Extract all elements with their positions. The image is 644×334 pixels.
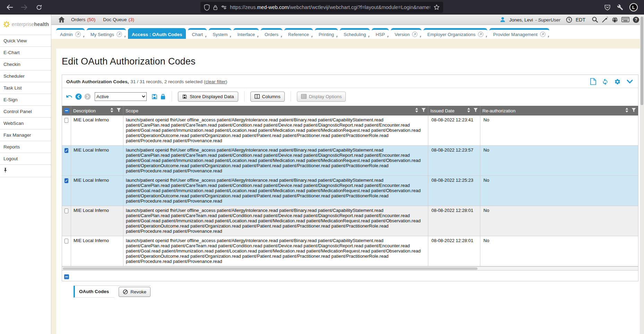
tab-version[interactable]: Version — [391, 28, 421, 39]
tab-provider-management[interactable]: Provider Management — [489, 28, 549, 39]
row-checkbox[interactable] — [65, 208, 68, 213]
browser-back-icon[interactable] — [4, 2, 15, 12]
sidebar-item-scheduler[interactable]: Scheduler — [0, 70, 51, 82]
orders-link[interactable]: Orders(50) — [71, 17, 95, 22]
save-filter-icon[interactable] — [151, 93, 158, 100]
tab-scheduling[interactable]: Scheduling — [340, 28, 370, 39]
url-text[interactable]: https://zeus.med-web.com/webchart/wctlev… — [230, 5, 430, 10]
table-row: MIE Local Infernolaunch/patient openid f… — [62, 146, 638, 176]
row-checkbox[interactable] — [65, 118, 68, 123]
columns-button[interactable]: Columns — [250, 92, 285, 102]
scope-cell: launch/patient openid fhirUser offline_a… — [123, 236, 428, 266]
lock-icon[interactable] — [213, 5, 218, 10]
undo-icon[interactable] — [66, 93, 73, 100]
sidebar-item-control-panel[interactable]: Control Panel — [0, 106, 51, 118]
sidebar-item-fax-manager[interactable]: Fax Manager — [0, 129, 51, 141]
external-link-icon[interactable] — [75, 32, 81, 37]
tab-employer-organizations[interactable]: Employer Organizations — [423, 28, 487, 39]
horizontal-scrollbar[interactable] — [62, 266, 638, 270]
tab-reference[interactable]: Reference — [284, 28, 313, 39]
tab-oauth-codes[interactable]: OAuth Codes — [74, 286, 114, 298]
settings-gear-icon[interactable] — [614, 78, 621, 85]
home-icon[interactable] — [58, 17, 65, 23]
sidebar-item-reports[interactable]: Reports — [0, 141, 51, 153]
horizontal-scrollbar-thumb[interactable] — [63, 267, 478, 270]
toolbar-separator — [172, 91, 172, 102]
page-scrollbar[interactable] — [640, 15, 644, 334]
doc-queue-link[interactable]: Doc Queue(3) — [103, 17, 134, 22]
external-link-icon[interactable] — [117, 32, 122, 37]
filter-funnel-icon[interactable] — [117, 108, 121, 114]
select-all-checkbox-bottom[interactable] — [64, 274, 69, 279]
store-displayed-data-button[interactable]: Store Displayed Data — [178, 92, 238, 102]
quick-action-wand-icon[interactable] — [602, 16, 608, 23]
tab-chart[interactable]: Chart — [188, 28, 207, 39]
sort-icon[interactable] — [625, 108, 629, 114]
tab-hsp[interactable]: HSP — [372, 28, 389, 39]
next-page-icon[interactable] — [84, 93, 91, 100]
browser-reload-icon[interactable] — [33, 2, 44, 12]
tab-access-oauth-codes[interactable]: Access : OAuth Codes — [128, 28, 186, 39]
sidebar-item-e-chart[interactable]: E-Chart — [0, 47, 51, 59]
globe-icon[interactable] — [612, 17, 618, 23]
description-cell: MIE Local Inferno — [71, 176, 123, 206]
tab-admin[interactable]: Admin — [56, 28, 85, 39]
page-scrollbar-thumb[interactable] — [641, 17, 643, 105]
app-topbar: Orders(50) Doc Queue(3) Jones, Levi - Su… — [51, 15, 644, 25]
bookmark-star-icon[interactable] — [433, 4, 440, 10]
permissions-icon[interactable] — [221, 5, 227, 10]
row-checkbox[interactable] — [65, 239, 68, 243]
refresh-icon[interactable] — [602, 78, 609, 85]
external-link-icon[interactable] — [478, 32, 483, 37]
timezone-label[interactable]: EDT — [576, 17, 585, 23]
tab-orders[interactable]: Orders — [261, 28, 282, 39]
url-bar[interactable]: https://zeus.med-web.com/webchart/wctlev… — [200, 2, 443, 13]
filter-funnel-icon[interactable] — [632, 108, 636, 114]
sidebar-item-logout[interactable]: Logout — [0, 153, 51, 165]
clear-filter-link[interactable]: clear filter — [205, 79, 226, 84]
row-checkbox[interactable] — [65, 178, 68, 183]
new-record-icon[interactable] — [590, 78, 596, 85]
collapse-chevron-icon[interactable] — [626, 79, 633, 84]
search-icon[interactable] — [592, 16, 598, 23]
browser-profile-avatar[interactable]: L — [629, 3, 638, 11]
tab-label: Admin — [60, 32, 73, 37]
sort-icon[interactable] — [110, 108, 114, 114]
shield-icon[interactable] — [204, 4, 210, 11]
revoke-button[interactable]: Revoke — [119, 287, 151, 297]
keyboard-icon[interactable] — [621, 17, 629, 22]
sidebar-item-checkin[interactable]: Checkin — [0, 59, 51, 70]
panel-header: OAuth Authorization Codes, 31 / 31 recor… — [62, 75, 638, 88]
tab-interface[interactable]: Interface — [233, 28, 259, 39]
issued-date-cell: 08-08-2022 12:25:23 — [428, 176, 480, 206]
sidebar-item-webscan[interactable]: WebScan — [0, 118, 51, 129]
orders-count-badge: (50) — [87, 17, 95, 22]
help-icon[interactable]: ? — [633, 17, 639, 23]
tab-my-settings[interactable]: My Settings — [87, 28, 126, 39]
display-options-button[interactable]: Display Options — [297, 92, 346, 102]
select-all-checkbox[interactable] — [64, 108, 69, 113]
tab-system[interactable]: System — [209, 28, 231, 39]
tab-printing[interactable]: Printing — [315, 28, 338, 39]
browser-forward-icon[interactable] — [19, 2, 30, 12]
oauth-codes-panel: OAuth Authorization Codes, 31 / 31 recor… — [62, 75, 638, 281]
sidebar-item-task-list[interactable]: Task List — [0, 82, 51, 94]
row-select-cell — [62, 115, 71, 145]
devtools-wrench-icon[interactable] — [617, 4, 623, 10]
prev-page-icon[interactable] — [75, 93, 82, 100]
external-link-icon[interactable] — [540, 32, 546, 37]
pin-sidebar-button[interactable] — [0, 165, 51, 177]
external-link-icon[interactable] — [412, 32, 418, 37]
filter-funnel-icon[interactable] — [421, 108, 426, 114]
sidebar-item-e-sign[interactable]: E-Sign — [0, 94, 51, 106]
lock-filter-icon[interactable] — [160, 93, 166, 100]
clock-icon[interactable] — [566, 17, 572, 23]
current-user[interactable]: Jones, Levi - SuperUser — [509, 17, 560, 23]
sort-icon[interactable] — [415, 108, 419, 114]
status-filter-select[interactable]: Active — [95, 92, 147, 101]
pocket-icon[interactable] — [604, 4, 611, 11]
filter-funnel-icon[interactable] — [473, 108, 478, 114]
sort-icon[interactable] — [467, 108, 471, 114]
row-checkbox[interactable] — [65, 148, 68, 153]
sidebar-item-quick-view[interactable]: Quick View — [0, 35, 51, 47]
